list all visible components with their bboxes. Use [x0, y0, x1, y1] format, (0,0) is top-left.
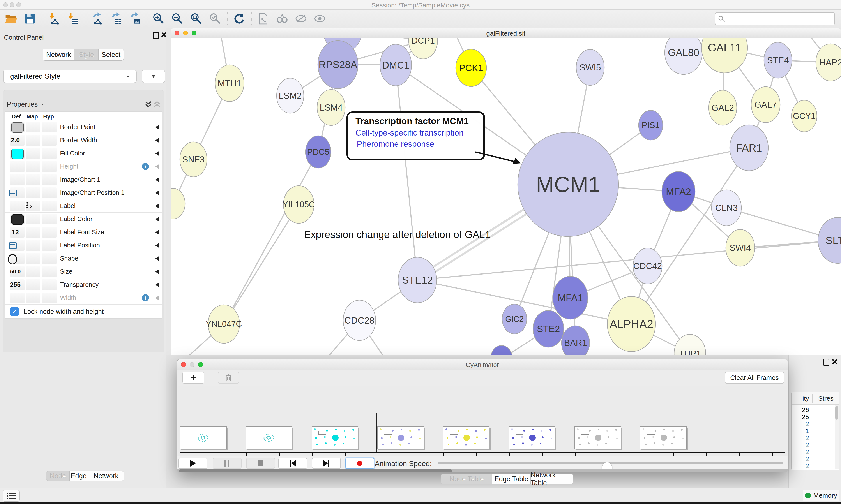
close-panel-icon[interactable]	[831, 359, 837, 364]
timeline-playhead[interactable]	[376, 413, 377, 452]
window-minimize-light[interactable]	[183, 31, 188, 35]
add-frame-button[interactable]: +	[182, 372, 204, 384]
network-node-DMC1[interactable]: DMC1	[380, 44, 412, 86]
byp-cell[interactable]	[42, 201, 56, 211]
map-cell[interactable]	[26, 187, 40, 198]
mapping-icon[interactable]: ›	[26, 202, 35, 210]
network-canvas[interactable]: RPS28BRPS28ADMC1DCP1PCK1SWI5GAL80GAL11ST…	[171, 38, 841, 355]
tab-select[interactable]: Select	[99, 49, 124, 61]
export-image-button[interactable]	[127, 11, 142, 26]
timeline-hscrollbar[interactable]	[177, 469, 788, 472]
cyanimator-titlebar[interactable]: CyAnimator	[177, 360, 788, 370]
network-node-YNL047C[interactable]: YNL047C	[206, 305, 242, 343]
skip-end-button[interactable]	[312, 458, 341, 469]
byp-cell[interactable]	[42, 227, 56, 237]
network-node-STE12[interactable]: STE12	[398, 257, 437, 303]
property-row-border-width[interactable]: 2.0Border Width	[5, 134, 162, 147]
row-expand-arrow[interactable]	[155, 256, 159, 261]
save-session-button[interactable]	[22, 11, 38, 26]
byp-cell[interactable]	[42, 148, 56, 159]
property-row-transparency[interactable]: 255Transparency	[5, 278, 162, 291]
network-node-GAL11[interactable]: GAL11	[701, 38, 748, 73]
window-zoom-light[interactable]	[192, 31, 196, 35]
network-node-DCP1[interactable]: DCP1	[409, 38, 437, 59]
info-icon[interactable]: i	[142, 294, 149, 301]
annotation-link[interactable]: Pheromone response	[357, 140, 483, 149]
property-row-label-color[interactable]: Label Color	[5, 213, 162, 226]
default-value[interactable]: 255	[7, 278, 23, 291]
play-button[interactable]	[179, 458, 208, 469]
map-cell[interactable]	[26, 253, 40, 264]
animation-speed-slider[interactable]	[437, 462, 783, 464]
byp-cell[interactable]	[42, 187, 56, 198]
byp-cell[interactable]	[42, 253, 56, 264]
column-stress[interactable]: Stres	[818, 395, 834, 402]
network-node-CDC42[interactable]: CDC42	[633, 248, 662, 284]
window-close-light[interactable]	[181, 362, 186, 367]
close-panel-icon[interactable]	[161, 32, 166, 38]
zoom-selected-button[interactable]	[207, 11, 223, 26]
default-value[interactable]: 50.0	[7, 265, 23, 278]
float-panel-icon[interactable]	[823, 359, 829, 366]
timeline-frame-7[interactable]	[640, 427, 686, 449]
float-panel-icon[interactable]	[153, 32, 159, 39]
row-expand-arrow[interactable]	[155, 283, 159, 287]
row-expand-arrow[interactable]	[155, 151, 159, 156]
record-button[interactable]	[345, 458, 374, 469]
open-session-button[interactable]	[3, 11, 19, 26]
network-node-MFA2[interactable]: MFA2	[662, 172, 695, 212]
network-node-FAR1[interactable]: FAR1	[730, 125, 768, 171]
network-node-GAL2[interactable]: GAL2	[709, 90, 737, 125]
timeline-frame-0[interactable]	[180, 427, 227, 449]
window-close-light[interactable]	[175, 31, 179, 35]
properties-header[interactable]: Properties	[7, 101, 44, 108]
byp-cell[interactable]	[42, 214, 56, 224]
network-node-CLN3[interactable]: CLN3	[712, 190, 741, 226]
property-row-fill-color[interactable]: Fill Color	[5, 147, 162, 160]
skip-start-button[interactable]	[279, 458, 307, 469]
byp-cell[interactable]	[42, 240, 56, 251]
network-node-GAL80[interactable]: GAL80	[665, 38, 702, 74]
network-file-button[interactable]	[255, 11, 271, 26]
style-selector[interactable]: galFiltered Style	[3, 70, 137, 83]
lock-size-row[interactable]: ✓ Lock node width and height	[5, 305, 162, 319]
timeline-frame-3[interactable]	[377, 427, 424, 449]
network-node-SLIVB[interactable]	[490, 345, 513, 355]
def-cell[interactable]	[10, 174, 24, 185]
network-node-HAP2[interactable]: HAP2	[816, 44, 841, 81]
tab-node[interactable]: Node	[46, 471, 70, 481]
network-node-PCK1[interactable]: PCK1	[456, 49, 486, 87]
tab-node-table[interactable]: Node Table	[441, 474, 492, 484]
row-expand-arrow[interactable]	[155, 177, 159, 182]
style-options-button[interactable]	[142, 70, 165, 83]
pause-button[interactable]	[213, 458, 241, 469]
window-zoom-light[interactable]	[198, 362, 203, 367]
byp-cell[interactable]	[42, 292, 56, 303]
network-node-MTH1[interactable]: MTH1	[215, 65, 244, 102]
property-row-image-chart-1[interactable]: Image/Chart 1	[5, 173, 162, 186]
lock-size-checkbox[interactable]: ✓	[10, 307, 19, 316]
row-expand-arrow[interactable]	[155, 230, 159, 235]
row-expand-arrow[interactable]	[155, 269, 159, 274]
annotation-link[interactable]: Cell-type-specific transcription	[355, 128, 483, 138]
position-icon[interactable]	[9, 190, 17, 196]
default-swatch[interactable]	[12, 149, 24, 159]
ui-settings-button[interactable]	[3, 490, 20, 502]
property-row-width[interactable]: Widthi	[5, 291, 162, 305]
property-row-image-chart-position-1[interactable]: Image/Chart Position 1	[5, 186, 162, 199]
scrollbar-thumb[interactable]	[179, 469, 452, 472]
network-node-SNF3[interactable]: SNF3	[180, 142, 207, 177]
map-cell[interactable]	[26, 280, 40, 290]
results-scrollbar[interactable]	[835, 405, 839, 469]
show-details-button[interactable]	[312, 11, 328, 26]
search-field[interactable]	[715, 12, 835, 25]
timeline-frame-2[interactable]	[312, 427, 358, 449]
def-cell[interactable]	[10, 161, 24, 172]
network-node-ALPHA2[interactable]: ALPHA2	[607, 296, 656, 352]
timeline-frame-1[interactable]	[246, 427, 292, 449]
default-value[interactable]: 12	[7, 226, 23, 239]
byp-cell[interactable]	[42, 266, 56, 277]
property-row-label-position[interactable]: Label Position	[5, 239, 162, 252]
row-expand-arrow[interactable]	[155, 191, 159, 195]
row-expand-arrow[interactable]	[155, 164, 159, 169]
